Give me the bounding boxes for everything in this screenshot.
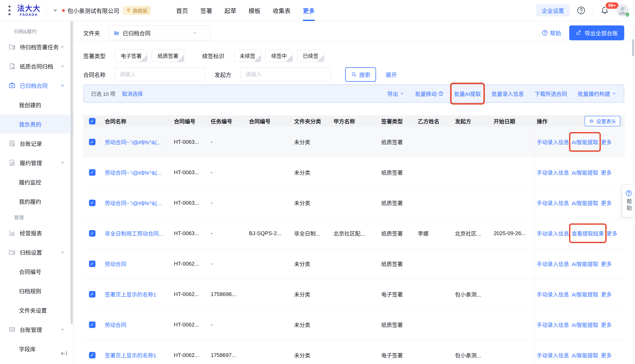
window-scrollbar[interactable] (632, 39, 634, 56)
export-all-ledger-button[interactable]: 导出全部台账 (569, 26, 624, 40)
batch-action-4[interactable]: 批量录入信息 (492, 90, 524, 98)
cell-name[interactable]: 劳动合同~`!@#$%^&(... (101, 138, 170, 146)
nav-item-4[interactable]: 模板 (249, 0, 260, 21)
row-action-1[interactable]: 手动录入信息 (537, 229, 569, 237)
row-action-1[interactable]: 手动录入信息 (537, 138, 569, 146)
nav-item-3[interactable]: 起草 (224, 0, 236, 21)
app-menu-icon[interactable] (9, 6, 11, 15)
help-icon[interactable] (577, 6, 585, 15)
row-action-1[interactable]: 手动录入信息 (537, 260, 569, 268)
row-action-2[interactable]: AI智能提取 (572, 290, 598, 298)
sidebar-subitem[interactable]: 我负责的 (0, 114, 73, 134)
fadada-logo[interactable]: 法大大 FADADA (17, 5, 41, 16)
row-action-2[interactable]: AI智能提取 (572, 168, 598, 176)
row-action-2[interactable]: AI智能提取 (572, 321, 598, 328)
sidebar-subitem[interactable]: 文件夹设置 (0, 300, 73, 320)
cell-name[interactable]: 非全日制用工劳动合同... (101, 229, 170, 237)
sidebar-item[interactable]: 纸质合同归档 (0, 56, 73, 76)
clear-selection-link[interactable]: 取消选择 (122, 90, 143, 97)
batch-action-5[interactable]: 下载所选合同 (535, 90, 567, 98)
sidebar-subitem[interactable]: 归档规则 (0, 281, 73, 300)
contract-name-input[interactable] (115, 67, 205, 82)
initiator-input[interactable] (240, 67, 331, 82)
row-action-2[interactable]: AI智能提取 (572, 260, 598, 268)
sidebar-item[interactable]: 待归档签署任务 (0, 37, 73, 56)
row-action-2[interactable]: AI智能提取 (572, 351, 598, 359)
nav-item-6[interactable]: 更多 (303, 0, 315, 21)
filter-chip[interactable]: 续签中 (265, 50, 293, 62)
expand-filters-link[interactable]: 展开 (386, 70, 397, 78)
sidebar-item[interactable]: 台账记录 (0, 134, 73, 153)
nav-item-5[interactable]: 收集表 (273, 0, 291, 21)
folder-select[interactable]: 已归档合同 (109, 26, 210, 40)
sidebar-item[interactable]: 经营报表 (0, 223, 73, 242)
row-action-3[interactable]: 更多 (601, 138, 611, 146)
sidebar-item[interactable]: 已归档合同 (0, 76, 73, 95)
cell-name[interactable]: 劳动合同 (101, 260, 170, 268)
row-checkbox[interactable]: ✓ (89, 200, 96, 206)
row-checkbox[interactable]: ✓ (89, 291, 96, 298)
row-action-1[interactable]: 手动录入信息 (537, 290, 569, 298)
row-action-2[interactable]: 查看提取结果 (572, 229, 604, 237)
row-action-3[interactable]: 更多 (601, 351, 611, 359)
sidebar-item-label: 待归档签署任务 (20, 43, 59, 51)
sidebar-subitem[interactable]: 我创建的 (0, 95, 73, 114)
cell-name[interactable]: 劳动合同 (101, 321, 170, 328)
set-table-header-button[interactable]: 设置表头 (585, 116, 620, 126)
row-action-3[interactable]: 更多 (606, 229, 617, 237)
sidebar-item[interactable]: 履约管理 (0, 153, 73, 172)
row-action-1[interactable]: 手动录入信息 (537, 168, 569, 176)
cell-sign_type: 纸质签署 (377, 168, 414, 176)
row-action-1[interactable]: 手动录入信息 (537, 321, 569, 328)
batch-action-2[interactable]: 批量移动 (415, 90, 443, 98)
search-button[interactable]: 搜索 (345, 67, 376, 82)
row-checkbox[interactable]: ✓ (89, 169, 96, 176)
sidebar-scrollbar[interactable] (71, 21, 73, 324)
select-all-checkbox[interactable]: ✓ (89, 118, 96, 124)
cell-name[interactable]: 劳动合同~`!@#$%^&(... (101, 199, 170, 207)
notifications-button[interactable]: 99+ (600, 6, 609, 15)
cell-name[interactable]: 签署页上显示的名称1 (101, 351, 170, 359)
row-action-3[interactable]: 更多 (601, 290, 611, 298)
row-checkbox[interactable]: ✓ (89, 260, 96, 267)
sidebar-subitem[interactable]: 履约监控 (0, 172, 73, 192)
archive-settings-icon (9, 249, 16, 256)
row-action-3[interactable]: 更多 (601, 168, 611, 176)
cell-name[interactable]: 签署页上显示的名称1 (101, 290, 170, 298)
row-action-1[interactable]: 手动录入信息 (537, 199, 569, 207)
sidebar-subitem[interactable]: 合同编号 (0, 262, 73, 281)
nav-item-label: 更多 (303, 6, 315, 15)
batch-action-1[interactable]: 导出 (387, 90, 404, 98)
sidebar-item[interactable]: 台账管理 (0, 320, 73, 339)
row-action-2[interactable]: AI智能提取 (572, 138, 598, 146)
floating-help-widget[interactable]: 帮助 (622, 184, 635, 217)
cell-name[interactable]: 劳动合同~`!@#$%^&(... (101, 168, 170, 176)
batch-action-3[interactable]: 批量AI提取 (454, 90, 481, 98)
row-checkbox[interactable]: ✓ (89, 352, 96, 358)
filter-chip[interactable]: 已续签 (297, 50, 324, 62)
company-switcher[interactable]: 包小彖测试有限公司 旗舰版 (52, 6, 151, 15)
row-checkbox[interactable]: ✓ (89, 139, 96, 145)
sidebar-item[interactable]: 归档设置 (0, 242, 73, 262)
sidebar-subitem[interactable]: 我的履约 (0, 192, 73, 211)
filter-chip[interactable]: 电子签署 (115, 50, 148, 62)
row-action-1[interactable]: 手动录入信息 (537, 351, 569, 359)
nav-item-2[interactable]: 签署 (200, 0, 212, 21)
filter-chip[interactable]: 纸质签署 (152, 50, 184, 62)
enterprise-settings-button[interactable]: 企业设置 (536, 4, 570, 16)
row-checkbox[interactable]: ✓ (89, 230, 96, 236)
collapse-sidebar-icon[interactable] (60, 349, 68, 358)
row-action-3[interactable]: 更多 (601, 199, 611, 207)
batch-action-6[interactable]: 批量履约构建 (578, 90, 616, 98)
filter-chip[interactable]: 未续签 (234, 50, 261, 62)
row-action-2[interactable]: AI智能提取 (572, 199, 598, 207)
row-action-3[interactable]: 更多 (601, 321, 611, 328)
cell-start_date: 2025-09-26... (490, 230, 534, 236)
row-actions-cell: 手动录入信息AI智能提取更多 (534, 279, 625, 309)
row-checkbox[interactable]: ✓ (89, 322, 96, 328)
row-select-cell: ✓ (83, 200, 101, 206)
nav-item-1[interactable]: 首页 (176, 0, 188, 21)
avatar[interactable] (616, 4, 629, 16)
help-link[interactable]: 帮助 (542, 29, 561, 37)
row-action-3[interactable]: 更多 (601, 260, 611, 268)
